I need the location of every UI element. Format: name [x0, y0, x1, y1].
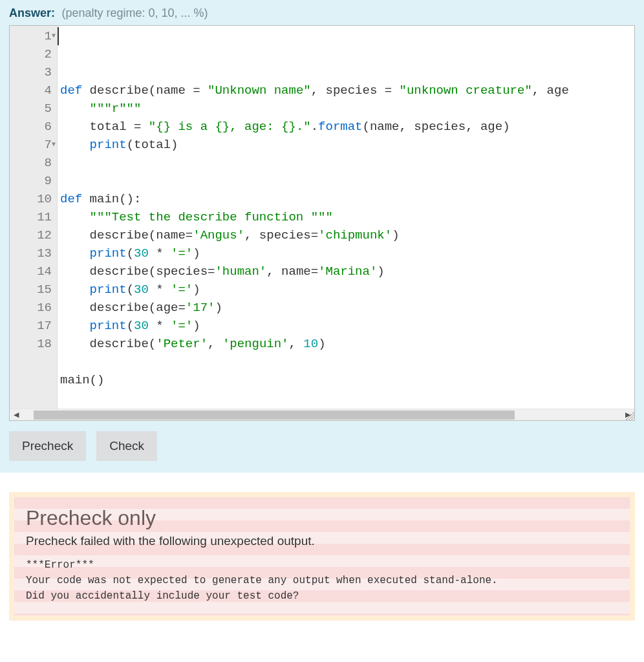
gutter-line-number: 10: [23, 190, 52, 208]
gutter-line-number: 5: [23, 100, 52, 118]
code-line[interactable]: print(30 * '='): [60, 244, 634, 262]
gutter-line-number: 2: [23, 45, 52, 63]
code-line[interactable]: """Test the describe function """: [60, 208, 634, 226]
gutter-line-number: 4: [23, 81, 52, 100]
error-line-2: Did you accidentally include your test c…: [26, 590, 299, 602]
editor-resize-handle[interactable]: [625, 411, 634, 420]
gutter-line-number: 7▼: [23, 136, 52, 154]
precheck-button[interactable]: Precheck: [9, 431, 86, 461]
code-editor[interactable]: 1▼234567▼89101112131415161718 def descri…: [9, 25, 635, 421]
scroll-left-icon[interactable]: ◀: [12, 411, 20, 419]
answer-header: Answer: (penalty regime: 0, 10, ... %): [9, 6, 635, 20]
code-line[interactable]: [60, 154, 634, 172]
gutter-line-number: 16: [23, 299, 52, 317]
code-line[interactable]: describe(age='17'): [60, 299, 634, 317]
code-line[interactable]: total = "{} is a {}, age: {}.".format(na…: [60, 118, 634, 136]
fold-arrow-icon[interactable]: ▼: [52, 27, 56, 45]
code-line[interactable]: print(total): [60, 136, 634, 154]
editor-horizontal-scrollbar[interactable]: ◀ ▶: [10, 409, 634, 420]
answer-section: Answer: (penalty regime: 0, 10, ... %) 1…: [0, 0, 644, 473]
penalty-regime-text: (penalty regime: 0, 10, ... %): [61, 6, 208, 19]
gutter-line-number: 9: [23, 172, 52, 190]
button-row: Precheck Check: [9, 431, 635, 461]
code-line[interactable]: print(30 * '='): [60, 317, 634, 335]
result-panel: Precheck only Precheck failed with the f…: [9, 492, 635, 621]
gutter-line-number: 13: [23, 244, 52, 262]
gutter-line-number: 12: [23, 226, 52, 244]
error-line-1: Your code was not expected to generate a…: [26, 575, 498, 586]
editor-body[interactable]: 1▼234567▼89101112131415161718 def descri…: [10, 26, 634, 409]
gutter-line-number: 18: [23, 335, 52, 353]
result-error-output: ***Error*** Your code was not expected t…: [26, 557, 618, 604]
gutter-line-number: 1▼: [23, 27, 52, 45]
code-line[interactable]: def describe(name = "Unknown name", spec…: [60, 81, 634, 100]
answer-label: Answer:: [9, 6, 55, 19]
check-button[interactable]: Check: [96, 431, 157, 461]
code-line[interactable]: [60, 389, 634, 407]
error-heading: ***Error***: [26, 559, 94, 571]
gutter-line-number: 17: [23, 317, 52, 335]
code-line[interactable]: describe('Peter', 'penguin', 10): [60, 335, 634, 353]
result-title: Precheck only: [26, 506, 618, 530]
code-line[interactable]: main(): [60, 371, 634, 389]
code-line[interactable]: [60, 172, 634, 190]
code-line[interactable]: print(30 * '='): [60, 281, 634, 299]
gutter-line-number: 11: [23, 208, 52, 226]
code-line[interactable]: [60, 353, 634, 371]
editor-cursor: [58, 27, 59, 45]
gutter-line-number: 15: [23, 281, 52, 299]
gutter-line-number: 6: [23, 118, 52, 136]
fold-arrow-icon[interactable]: ▼: [52, 136, 56, 154]
code-line[interactable]: def main():: [60, 190, 634, 208]
scrollbar-track[interactable]: [21, 411, 623, 420]
gutter-line-number: 8: [23, 154, 52, 172]
code-line[interactable]: describe(species='human', name='Marina'): [60, 262, 634, 281]
code-line[interactable]: """r""": [60, 100, 634, 118]
result-subtitle: Precheck failed with the following unexp…: [26, 534, 618, 548]
editor-gutter: 1▼234567▼89101112131415161718: [10, 26, 58, 409]
gutter-line-number: 3: [23, 63, 52, 81]
editor-code-area[interactable]: def describe(name = "Unknown name", spec…: [58, 26, 634, 409]
gutter-line-number: 14: [23, 262, 52, 281]
scrollbar-thumb[interactable]: [34, 411, 515, 420]
code-line[interactable]: describe(name='Angus', species='chipmunk…: [60, 226, 634, 244]
